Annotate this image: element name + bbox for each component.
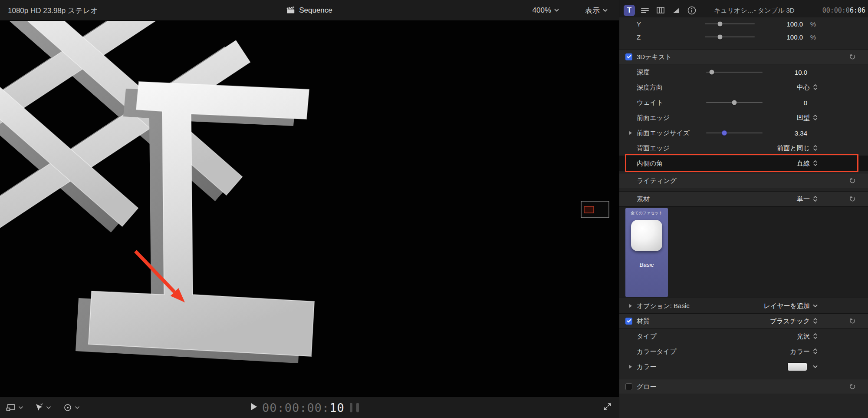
scale-z-slider[interactable]: [705, 34, 755, 40]
reset-material-button[interactable]: [849, 196, 856, 202]
add-layer-dropdown[interactable]: レイヤーを追加: [764, 302, 818, 310]
tab-layout[interactable]: [655, 5, 666, 16]
zoom-dropdown[interactable]: 400%: [533, 6, 559, 15]
disclosure-triangle-icon[interactable]: [629, 365, 632, 369]
reset-substance-button[interactable]: [849, 318, 856, 324]
material-well: 全てのファセット Basic: [619, 206, 868, 298]
inspector-title: キュリオシ…- タンブル 3D: [714, 6, 795, 14]
canvas-area[interactable]: [0, 21, 619, 396]
adjust-tool[interactable]: [35, 403, 51, 412]
reset-icon: [849, 177, 856, 184]
playrange-handles[interactable]: [350, 403, 359, 412]
check-icon: [627, 319, 631, 323]
view-dropdown[interactable]: 表示: [585, 5, 608, 15]
slider-track: [706, 133, 763, 133]
color-type-value: カラー: [790, 347, 810, 355]
sequence-selector[interactable]: Sequence: [286, 6, 332, 15]
inner-corner-label: 内側の角: [637, 159, 663, 167]
reset-lighting-button[interactable]: [849, 177, 856, 184]
view-layouts-tool[interactable]: [6, 403, 23, 412]
tab-appearance[interactable]: [671, 5, 682, 16]
reset-3d-text-button[interactable]: [849, 53, 856, 60]
row-inner-corner: 内側の角 直線: [619, 156, 868, 171]
color-expand-chevron[interactable]: [813, 365, 818, 368]
stepper-icon: [813, 333, 818, 340]
scale-y-slider[interactable]: [705, 21, 755, 27]
scale-y-value: 100.0: [786, 20, 803, 28]
slider-thumb[interactable]: [710, 70, 714, 74]
chevron-down-icon: [603, 9, 608, 12]
chevron-down-icon: [75, 406, 79, 409]
substance-checkbox[interactable]: [625, 318, 632, 325]
clapboard-icon: [286, 7, 295, 14]
scale-y-unit: %: [810, 20, 816, 28]
orbit-tool[interactable]: [63, 403, 79, 412]
depth-label: 深度: [637, 68, 650, 76]
slider-track: [706, 72, 763, 73]
reset-glow-button[interactable]: [849, 383, 856, 390]
glyph-hash: [0, 21, 250, 240]
tab-format[interactable]: [639, 5, 651, 16]
row-front-edge-size: 前面エッジサイズ 3.34: [619, 125, 868, 140]
facets-label: 全てのファセット: [625, 210, 668, 216]
slider-thumb[interactable]: [717, 35, 722, 40]
row-surface-type: タイプ 光沢: [619, 328, 868, 344]
front-edge-popup[interactable]: 凹型: [797, 113, 818, 122]
timecode-prefix: 00:00:00:: [262, 401, 329, 414]
material-popup[interactable]: 単一: [797, 195, 818, 203]
depth-direction-value: 中心: [797, 83, 810, 91]
front-edge-label: 前面エッジ: [637, 113, 670, 122]
row-color-type: カラータイプ カラー: [619, 344, 868, 359]
back-edge-value: 前面と同じ: [777, 144, 810, 152]
stepper-icon: [813, 318, 818, 325]
color-swatch[interactable]: [787, 362, 807, 371]
surface-type-label: タイプ: [637, 332, 657, 340]
material-label: 素材: [637, 195, 650, 203]
tab-text-inspector[interactable]: T: [624, 5, 635, 16]
weight-label: ウェイト: [637, 98, 663, 106]
row-material-header: 素材 単一: [619, 191, 868, 206]
material-preview-swatch[interactable]: [631, 220, 662, 251]
tab-info[interactable]: [686, 5, 697, 16]
substance-value: プラスチック: [770, 317, 810, 325]
slider-thumb[interactable]: [717, 22, 722, 27]
3d-text-checkbox[interactable]: [625, 53, 632, 60]
canvas-viewer: 1080p HD 23.98p ステレオ Sequence 40: [0, 0, 619, 418]
material-value: 単一: [797, 195, 810, 203]
front-edge-size-slider[interactable]: [706, 130, 763, 136]
selection-box[interactable]: [581, 201, 609, 218]
current-timecode-field[interactable]: 00:00:00:10: [262, 401, 345, 414]
row-material-options: オプション: Basic レイヤーを追加: [619, 298, 868, 313]
row-scale-y: Y 100.0 %: [619, 17, 868, 30]
row-depth-direction: 深度方向 中心: [619, 80, 868, 95]
color-type-popup[interactable]: カラー: [790, 347, 818, 355]
depth-slider[interactable]: [706, 69, 763, 75]
surface-type-popup[interactable]: 光沢: [797, 332, 818, 340]
3d-text-label: 3Dテキスト: [637, 53, 672, 61]
color-type-label: カラータイプ: [637, 347, 677, 355]
row-scale-z: Z 100.0 %: [619, 30, 868, 43]
weight-slider[interactable]: [706, 100, 763, 106]
inner-corner-popup[interactable]: 直線: [797, 159, 818, 167]
material-layer-panel[interactable]: 全てのファセット Basic: [625, 208, 668, 297]
substance-popup[interactable]: プラスチック: [770, 317, 818, 325]
fullscreen-button[interactable]: [603, 402, 612, 413]
play-icon: [251, 403, 257, 411]
back-edge-popup[interactable]: 前面と同じ: [777, 144, 818, 152]
scale-z-label: Z: [637, 33, 641, 41]
ramp-triangle-icon: [672, 7, 680, 14]
material-name-label: Basic: [625, 262, 668, 268]
glow-checkbox[interactable]: [625, 383, 632, 390]
orbit-tool-icon: [63, 403, 72, 412]
color-label: カラー: [637, 362, 657, 371]
text-format-icon: [641, 7, 649, 13]
depth-direction-popup[interactable]: 中心: [797, 83, 818, 91]
scale-y-label: Y: [637, 20, 641, 28]
disclosure-triangle-icon[interactable]: [629, 131, 632, 135]
play-button[interactable]: [251, 403, 257, 412]
slider-thumb[interactable]: [722, 130, 727, 135]
disclosure-triangle-icon[interactable]: [629, 304, 632, 308]
row-glow-header: グロー: [619, 379, 868, 394]
reset-icon: [849, 53, 856, 60]
slider-thumb[interactable]: [732, 100, 737, 105]
